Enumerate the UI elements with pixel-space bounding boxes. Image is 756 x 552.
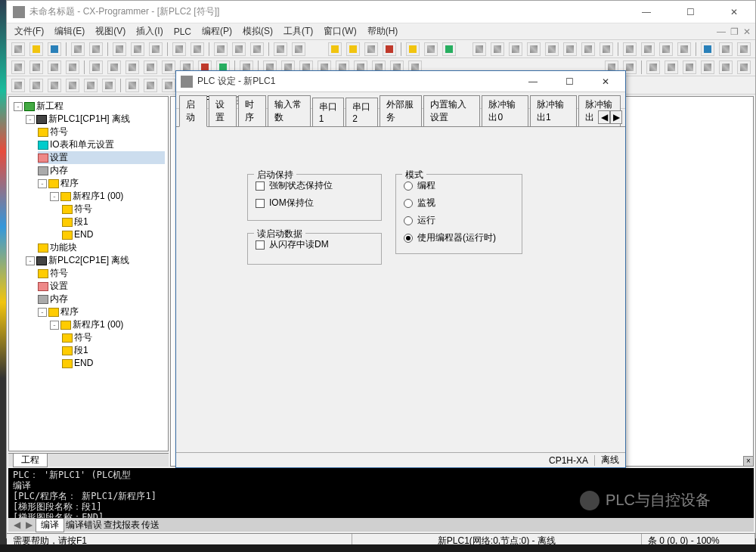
- tool-icon[interactable]: [646, 60, 660, 74]
- tool-icon[interactable]: [737, 42, 751, 56]
- expand-icon[interactable]: -: [38, 179, 47, 188]
- tool-icon[interactable]: [701, 42, 714, 56]
- tab-serial1[interactable]: 串口1: [312, 98, 344, 126]
- tool-icon[interactable]: [581, 42, 595, 56]
- tree-io[interactable]: IO表和单元设置: [50, 139, 114, 150]
- expand-icon[interactable]: -: [26, 256, 35, 265]
- tab-serial2[interactable]: 串口2: [345, 98, 377, 126]
- minimize-button[interactable]: —: [631, 7, 662, 17]
- tool-icon[interactable]: [563, 42, 577, 56]
- expand-icon[interactable]: -: [50, 192, 59, 201]
- redo-icon[interactable]: [191, 42, 204, 56]
- tool-icon[interactable]: [406, 42, 420, 56]
- warn-icon[interactable]: [346, 42, 360, 56]
- tool-icon[interactable]: [491, 42, 504, 56]
- tool-icon[interactable]: [737, 60, 751, 74]
- checkbox-force-status[interactable]: [256, 181, 265, 191]
- output-tab-transfer[interactable]: 传送: [141, 519, 160, 532]
- tool-icon[interactable]: [144, 60, 157, 74]
- help-icon[interactable]: [274, 42, 287, 56]
- menu-edit[interactable]: 编辑(E): [54, 25, 85, 38]
- tool-icon[interactable]: [29, 60, 43, 74]
- tab-prev-icon[interactable]: ◀: [11, 519, 22, 530]
- menu-view[interactable]: 视图(V): [95, 25, 125, 38]
- mdi-minimize-icon[interactable]: —: [717, 26, 726, 37]
- menu-file[interactable]: 文件(F): [14, 25, 44, 38]
- tool-icon[interactable]: [144, 79, 157, 92]
- tool-icon[interactable]: [665, 60, 678, 74]
- tool-icon[interactable]: [659, 42, 673, 56]
- tool-icon[interactable]: [125, 79, 139, 92]
- tool-icon[interactable]: [683, 60, 696, 74]
- menu-help[interactable]: 帮助(H): [367, 25, 398, 38]
- tree-end[interactable]: END: [74, 358, 93, 368]
- print-icon[interactable]: [71, 42, 85, 56]
- tool-icon[interactable]: [162, 79, 175, 92]
- tool-icon[interactable]: [472, 42, 486, 56]
- tool-icon[interactable]: [364, 42, 378, 56]
- tool-icon[interactable]: [125, 60, 139, 74]
- tree-symbols[interactable]: 符号: [50, 126, 68, 137]
- tab-pulse0[interactable]: 脉冲输出0: [482, 95, 528, 126]
- tool-icon[interactable]: [600, 42, 613, 56]
- copy-icon[interactable]: [131, 42, 144, 56]
- tree-memory[interactable]: 内存: [50, 165, 68, 175]
- output-tab-compile[interactable]: 编译: [36, 518, 64, 532]
- open-icon[interactable]: [29, 42, 43, 56]
- tool-icon[interactable]: [509, 42, 522, 56]
- expand-icon[interactable]: -: [14, 102, 23, 111]
- tree-settings[interactable]: 设置: [50, 281, 68, 291]
- radio-use-programmer[interactable]: [404, 234, 413, 243]
- output-tab-errors[interactable]: 编译错误: [66, 519, 102, 532]
- tool-icon[interactable]: [11, 79, 25, 92]
- dialog-minimize-button[interactable]: —: [518, 76, 548, 87]
- tab-startup[interactable]: 启动: [179, 95, 207, 127]
- tree-memory[interactable]: 内存: [50, 293, 68, 304]
- tool-icon[interactable]: [107, 60, 121, 74]
- menu-program[interactable]: 编程(P): [202, 25, 232, 38]
- tool-icon[interactable]: [442, 42, 456, 56]
- tool-icon[interactable]: [84, 79, 98, 92]
- tree-root[interactable]: 新工程: [36, 101, 64, 111]
- tool-icon[interactable]: [424, 42, 438, 56]
- tree-symbols[interactable]: 符号: [74, 203, 92, 214]
- tool-icon[interactable]: [701, 60, 714, 74]
- tool-icon[interactable]: [545, 42, 559, 56]
- cut-icon[interactable]: [113, 42, 126, 56]
- tool-icon[interactable]: [623, 42, 637, 56]
- radio-program[interactable]: [404, 181, 413, 191]
- tab-scroll-left-icon[interactable]: ◀: [598, 110, 610, 124]
- tool-icon[interactable]: [48, 60, 61, 74]
- dialog-maximize-button[interactable]: ☐: [554, 76, 584, 87]
- new-icon[interactable]: [11, 42, 25, 56]
- tree-program[interactable]: 程序: [60, 178, 79, 188]
- tree-newprog[interactable]: 新程序1 (00): [73, 319, 123, 330]
- mdi-close-icon[interactable]: ✕: [743, 26, 751, 37]
- tool-icon[interactable]: [89, 60, 103, 74]
- mdi-restore-icon[interactable]: ❐: [730, 26, 739, 37]
- tool-icon[interactable]: [719, 42, 733, 56]
- checkbox-read-dm[interactable]: [256, 240, 265, 250]
- dialog-close-button[interactable]: ✕: [590, 76, 621, 87]
- tab-builtin-input[interactable]: 内置输入设置: [423, 95, 480, 126]
- tab-next-icon[interactable]: ▶: [23, 519, 34, 530]
- whatsthis-icon[interactable]: [292, 42, 305, 56]
- tab-input-const[interactable]: 输入常数: [268, 95, 310, 126]
- tool-icon[interactable]: [29, 79, 43, 92]
- tree-seg1[interactable]: 段1: [74, 216, 88, 227]
- tree-tab-project[interactable]: 工程: [13, 453, 48, 467]
- checkbox-iom-hold[interactable]: [256, 199, 265, 208]
- radio-run[interactable]: [404, 216, 413, 225]
- menu-tools[interactable]: 工具(T): [284, 25, 313, 38]
- tree-symbols[interactable]: 符号: [50, 268, 68, 278]
- tree-program[interactable]: 程序: [60, 306, 79, 317]
- expand-icon[interactable]: -: [26, 115, 35, 124]
- tool-icon[interactable]: [232, 42, 246, 56]
- tool-icon[interactable]: [383, 42, 396, 56]
- tree-seg1[interactable]: 段1: [74, 345, 88, 355]
- tool-icon[interactable]: [162, 60, 175, 74]
- tab-settings[interactable]: 设置: [209, 95, 237, 126]
- output-tab-search[interactable]: 查找报表: [104, 519, 140, 532]
- tool-icon[interactable]: [102, 79, 116, 92]
- preview-icon[interactable]: [89, 42, 103, 56]
